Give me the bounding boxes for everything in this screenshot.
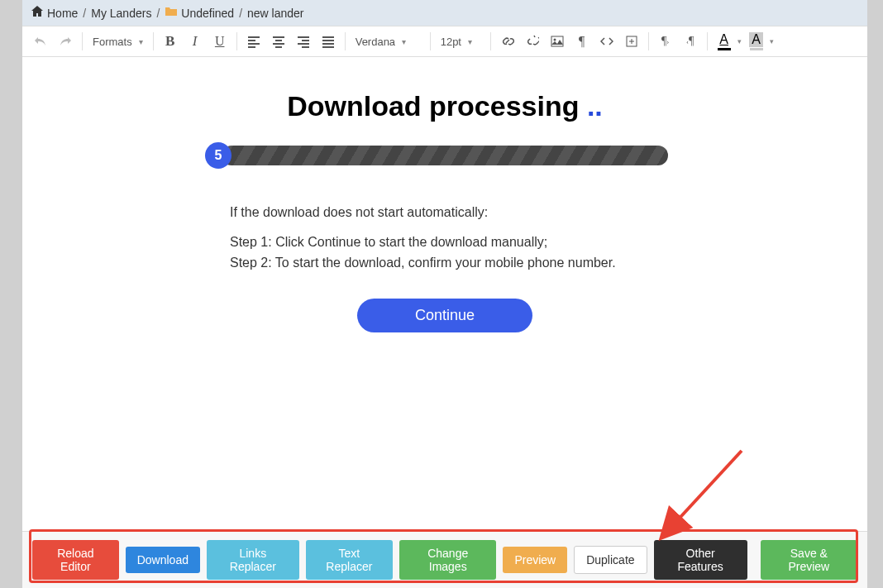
- links-replacer-button[interactable]: Links Replacer: [207, 540, 299, 580]
- folder-icon: [165, 5, 178, 21]
- download-button[interactable]: Download: [126, 547, 200, 573]
- lander-content: Download processing .. 5 If the download…: [213, 90, 676, 332]
- progress-bar: [222, 146, 668, 165]
- lander-title: Download processing ..: [213, 90, 676, 122]
- other-features-button[interactable]: Other Features: [654, 540, 747, 580]
- unlink-button[interactable]: [521, 29, 544, 54]
- code-button[interactable]: [595, 29, 618, 54]
- align-justify-button[interactable]: [317, 29, 340, 54]
- insert-button[interactable]: [620, 29, 643, 54]
- duplicate-button[interactable]: Duplicate: [574, 546, 647, 574]
- title-text: Download processing: [287, 90, 587, 122]
- breadcrumb-home[interactable]: Home: [47, 7, 78, 20]
- toolbar-sep: [490, 32, 491, 50]
- progress-bar-wrap: 5: [205, 142, 668, 169]
- formats-select[interactable]: Formats: [88, 29, 148, 54]
- save-preview-button[interactable]: Save & Preview: [761, 540, 857, 580]
- toolbar-sep: [345, 32, 346, 50]
- align-left-button[interactable]: [242, 29, 265, 54]
- change-images-button[interactable]: Change Images: [399, 540, 496, 580]
- svg-rect-0: [551, 36, 563, 46]
- toolbar-sep: [82, 32, 83, 50]
- fontsize-select[interactable]: 12pt: [436, 29, 485, 54]
- breadcrumb-mylanders[interactable]: My Landers: [91, 7, 151, 20]
- lander-body: If the download does not start automatic…: [230, 202, 676, 274]
- intro-text: If the download does not start automatic…: [230, 202, 676, 223]
- toolbar-sep: [707, 32, 708, 50]
- breadcrumb-undefined[interactable]: Undefined: [181, 7, 234, 20]
- editor-toolbar: Formats B I U Verdana 12pt ¶ ¶› ‹¶ A ▾ A…: [22, 26, 867, 57]
- rtl-button[interactable]: ‹¶: [679, 29, 702, 54]
- footer-toolbar: Reload Editor Download Links Replacer Te…: [22, 531, 867, 588]
- redo-button[interactable]: [54, 29, 77, 54]
- toolbar-sep: [153, 32, 154, 50]
- bg-color-button[interactable]: A ▾: [745, 29, 776, 54]
- breadcrumb-current: new lander: [247, 7, 304, 20]
- toolbar-sep: [236, 32, 237, 50]
- breadcrumb-sep: /: [156, 7, 160, 20]
- ltr-button[interactable]: ¶›: [654, 29, 677, 54]
- step2: Step 2: To start the download, confirm y…: [230, 256, 616, 270]
- breadcrumb-sep: /: [83, 7, 86, 20]
- align-right-button[interactable]: [292, 29, 315, 54]
- preview-button[interactable]: Preview: [503, 547, 567, 573]
- link-button[interactable]: [496, 29, 519, 54]
- toolbar-sep: [430, 32, 431, 50]
- undo-button[interactable]: [29, 29, 52, 54]
- underline-button[interactable]: U: [208, 29, 231, 54]
- text-color-button[interactable]: A ▾: [713, 29, 743, 54]
- italic-button[interactable]: I: [184, 29, 207, 54]
- image-button[interactable]: [546, 29, 569, 54]
- align-center-button[interactable]: [267, 29, 290, 54]
- svg-point-1: [553, 39, 556, 41]
- step1: Step 1: Click Continue to start the down…: [230, 235, 547, 249]
- bold-button[interactable]: B: [159, 29, 182, 54]
- continue-button[interactable]: Continue: [357, 299, 532, 332]
- title-dots: ..: [587, 90, 603, 122]
- font-select[interactable]: Verdana: [351, 29, 425, 54]
- breadcrumb-sep: /: [239, 7, 242, 20]
- text-replacer-button[interactable]: Text Replacer: [306, 540, 393, 580]
- editor-canvas[interactable]: Download processing .. 5 If the download…: [22, 57, 867, 531]
- reload-editor-button[interactable]: Reload Editor: [32, 540, 119, 580]
- progress-badge: 5: [205, 142, 231, 169]
- breadcrumb: Home / My Landers / Undefined / new land…: [22, 0, 867, 26]
- steps-text: Step 1: Click Continue to start the down…: [230, 232, 676, 274]
- editor-app: Home / My Landers / Undefined / new land…: [22, 0, 867, 588]
- toolbar-sep: [648, 32, 649, 50]
- home-icon: [31, 5, 44, 21]
- paragraph-button[interactable]: ¶: [570, 29, 594, 54]
